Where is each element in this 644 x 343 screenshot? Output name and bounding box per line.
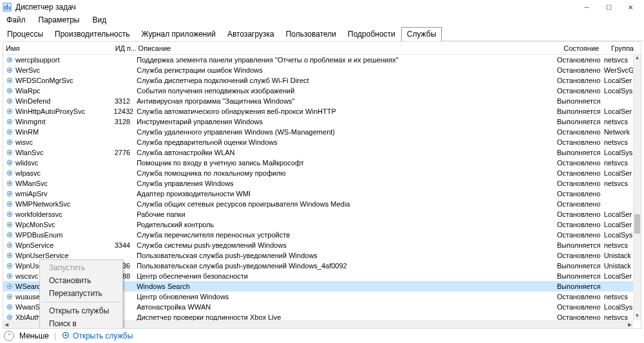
tab-процессы[interactable]: Процессы [1, 27, 49, 41]
ctx-restart[interactable]: Перезапустить [40, 287, 122, 300]
service-state: Остановлено [554, 221, 601, 228]
menu-view[interactable]: Вид [90, 15, 109, 25]
service-row[interactable]: WManSvcСлужба управления WindowsОстановл… [3, 178, 633, 189]
window-title: Диспетчер задач [15, 3, 576, 12]
service-row[interactable]: wercplsupportПоддержка элемента панели у… [3, 55, 633, 65]
service-name: WPDBusEnum [15, 231, 62, 239]
column-headers[interactable]: Имя ИД п... Описание Состояние Группа [3, 42, 641, 55]
service-state: Остановлено [554, 293, 601, 301]
service-group: LocalSer [601, 107, 633, 115]
svg-rect-2 [6, 5, 8, 10]
service-icon [6, 159, 14, 167]
service-desc: Служба предварительной оценки Windows [134, 138, 554, 146]
service-desc: Windows Search [134, 283, 554, 290]
service-row[interactable]: wlpasvcСлужба помощника по локальному пр… [3, 168, 633, 178]
service-desc: Поддержка элемента панели управления "От… [134, 56, 554, 64]
svg-point-39 [9, 234, 11, 236]
service-row[interactable]: wmiApSrvАдаптер производительности WMIОс… [3, 189, 633, 199]
tab-производительность[interactable]: Производительность [49, 27, 135, 41]
service-row[interactable]: WMPNetworkSvcСлужба общих сетевых ресурс… [3, 199, 633, 209]
svg-point-9 [9, 80, 11, 82]
service-row[interactable]: WlanSvc2776Служба автонастройки WLANВыпо… [3, 147, 633, 158]
ctx-search-online[interactable]: Поиск в Интернете [40, 317, 122, 329]
service-name: wmiApSrv [15, 190, 48, 198]
service-row[interactable]: WpcMonSvcРодительский контрольОстановлен… [3, 219, 633, 230]
service-desc: Инструментарий управления Windows [134, 118, 554, 125]
service-row[interactable]: WinRMСлужба удаленного управления Window… [3, 127, 633, 137]
service-group: LocalSys [601, 303, 633, 311]
tab-подробности[interactable]: Подробности [342, 27, 401, 41]
col-state[interactable]: Состояние [561, 44, 609, 52]
col-name[interactable]: Имя [3, 44, 113, 52]
service-row[interactable]: wisvcСлужба предварительной оценки Windo… [3, 137, 633, 147]
service-state: Остановлено [554, 313, 601, 320]
service-desc: Помощник по входу в учетную запись Майкр… [134, 159, 554, 167]
service-desc: Центр обеспечения безопасности [134, 272, 554, 280]
service-row[interactable]: WiaRpcСобытия получения неподвижных изоб… [3, 86, 633, 96]
service-desc: Рабочие папки [134, 210, 554, 218]
service-pid: 3128 [111, 118, 135, 125]
service-state: Остановлено [554, 66, 601, 74]
service-row[interactable]: WinDefend3312Антивирусная программа "Защ… [3, 96, 633, 106]
close-button[interactable]: ✕ [620, 0, 641, 14]
service-icon [6, 149, 14, 156]
col-group[interactable]: Группа [609, 44, 641, 52]
svg-point-55 [9, 317, 11, 319]
service-row[interactable]: WinHttpAutoProxySvc12432Служба автоматич… [3, 106, 633, 116]
scroll-thumb[interactable] [634, 214, 640, 234]
ctx-open-services[interactable]: Открыть службы [40, 304, 122, 317]
service-desc: События получения неподвижных изображени… [134, 87, 554, 95]
fewer-details-label[interactable]: Меньше [19, 331, 49, 340]
service-row[interactable]: workfolderssvcРабочие папкиОстановленоLo… [3, 209, 633, 219]
service-desc: Автонастройка WWAN [134, 303, 554, 311]
svg-point-21 [9, 142, 11, 144]
menu-options[interactable]: Параметры [36, 15, 82, 25]
service-row[interactable]: wlidsvcПомощник по входу в учетную запис… [3, 158, 633, 168]
service-desc: Служба регистрации ошибок Windows [134, 66, 554, 74]
service-icon [6, 313, 14, 320]
service-row[interactable]: WFDSConMgrSvcСлужба диспетчера подключен… [3, 75, 633, 86]
service-name: WFDSConMgrSvc [15, 77, 73, 84]
open-services-link[interactable]: Открыть службы [61, 331, 133, 342]
tab-автозагрузка[interactable]: Автозагрузка [222, 27, 280, 41]
service-group: netsvcs [601, 313, 633, 320]
open-services-label: Открыть службы [73, 331, 133, 340]
service-row[interactable]: WerSvcСлужба регистрации ошибок WindowsО… [3, 65, 633, 75]
scroll-down-arrow[interactable]: ▼ [634, 313, 641, 320]
service-icon [6, 262, 14, 270]
tab-журнал приложений[interactable]: Журнал приложений [136, 27, 222, 41]
service-icon [6, 283, 14, 290]
status-bar: ˄ Меньше | Открыть службы [0, 329, 644, 343]
services-panel: Имя ИД п... Описание Состояние Группа we… [3, 41, 641, 329]
service-name: Winmgmt [15, 118, 45, 125]
service-state: Остановлено [554, 77, 601, 84]
service-group: netsvcs [601, 138, 633, 146]
svg-point-63 [65, 334, 67, 336]
scroll-left-arrow[interactable]: ◀ [5, 322, 8, 328]
col-pid[interactable]: ИД п... [113, 44, 136, 52]
col-desc[interactable]: Описание [136, 44, 562, 52]
service-group: LocalSer [601, 272, 633, 280]
scroll-up-arrow[interactable]: ▲ [634, 55, 641, 62]
minimize-button[interactable]: ─ [576, 0, 598, 14]
context-menu: Запустить Остановить Перезапустить Откры… [39, 259, 123, 329]
service-row[interactable]: WpnService3344Служба системы push-уведом… [3, 240, 633, 250]
service-row[interactable]: Winmgmt3128Инструментарий управления Win… [3, 116, 633, 127]
vertical-scrollbar[interactable]: ▲ ▼ [633, 55, 641, 320]
service-row[interactable]: WPDBusEnumСлужба перечислителя переносны… [3, 230, 633, 240]
svg-point-5 [9, 59, 11, 61]
ctx-stop[interactable]: Остановить [40, 274, 122, 287]
service-group: LocalSer [601, 221, 633, 228]
service-state: Остановлено [554, 138, 601, 146]
menu-file[interactable]: Файл [4, 15, 28, 25]
service-name: WpnUserService [15, 252, 69, 259]
service-group: Unistack [601, 262, 633, 270]
scroll-right-arrow[interactable]: ▶ [628, 322, 632, 328]
tab-службы[interactable]: Службы [401, 27, 442, 41]
service-name: WpcMonSvc [15, 221, 55, 228]
fewer-details-button[interactable]: ˄ [4, 331, 14, 341]
service-state: Выполняется [554, 272, 601, 280]
tab-пользователи[interactable]: Пользователи [280, 27, 342, 41]
maximize-button[interactable]: ☐ [598, 0, 620, 14]
service-state: Выполняется [554, 283, 601, 290]
